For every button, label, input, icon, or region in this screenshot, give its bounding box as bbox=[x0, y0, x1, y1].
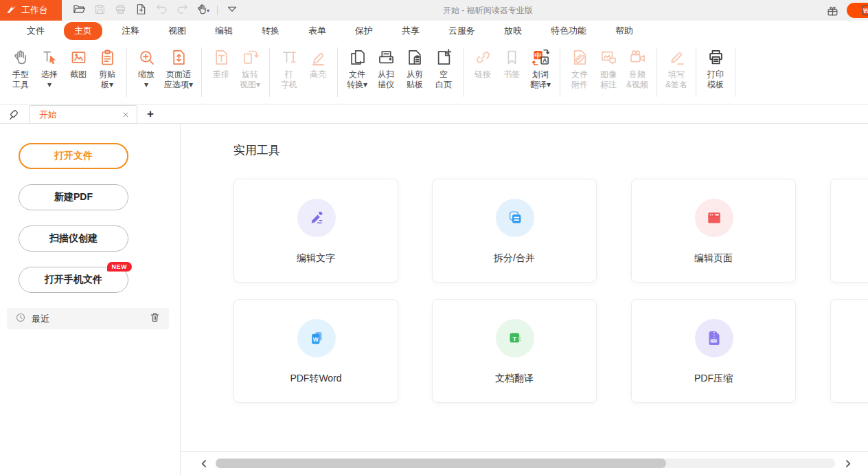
menu-item[interactable]: 共享 bbox=[392, 22, 429, 40]
page-fit-icon bbox=[170, 47, 188, 67]
customize-toolbar-button[interactable] bbox=[222, 0, 242, 21]
menu-bar: 文件主页注释视图编辑转换表单保护共享云服务放映特色功能帮助 bbox=[0, 21, 868, 41]
menu-item[interactable]: 特色功能 bbox=[541, 22, 596, 40]
redo-button bbox=[172, 0, 192, 21]
customize-toolbar-icon bbox=[226, 3, 238, 18]
doc-translate-icon: T bbox=[496, 319, 534, 357]
hand-pointer-button[interactable]: ▾ bbox=[192, 0, 213, 21]
workspace-button[interactable]: 工作台 bbox=[0, 0, 62, 21]
ribbon-toolbar: 手型工具选择▾截图剪贴板▾缩放▾页面适应选项▾重排旋转视图▾打字机高亮文件转换▾… bbox=[0, 41, 868, 104]
tool-card[interactable]: T文档翻译 bbox=[432, 299, 597, 403]
ribbon-button-label: 文件附件 bbox=[571, 69, 588, 90]
from-clipboard-button[interactable]: 从剪贴板 bbox=[400, 41, 429, 104]
fill-sign-icon bbox=[667, 47, 686, 67]
ribbon-group: 文件转换▾从扫描仪从剪贴板空白页 bbox=[339, 41, 461, 104]
close-icon[interactable] bbox=[120, 109, 131, 120]
scrollbar-track[interactable] bbox=[216, 459, 835, 468]
pdf-to-word-icon: W bbox=[297, 319, 336, 357]
ribbon-button-label: 填写&签名 bbox=[665, 69, 687, 90]
sidebar-button[interactable]: 扫描仪创建 bbox=[19, 225, 128, 252]
ribbon-group: 打印模板 bbox=[698, 41, 733, 104]
zoom-icon bbox=[137, 47, 156, 67]
new-page-icon bbox=[135, 3, 148, 19]
audio-video-button: 音频&视频 bbox=[623, 41, 652, 104]
sidebar: 最近 打开文件新建PDF扫描仪创建打开手机文件NEW bbox=[0, 124, 181, 475]
main-content: 实用工具 编辑文字拆分/合并编辑页面WPDF转WordT文档翻译PDFPDF压缩 bbox=[181, 124, 868, 451]
ribbon-group: 手型工具选择▾截图剪贴板▾ bbox=[3, 41, 125, 104]
sidebar-button[interactable]: 打开手机文件NEW bbox=[19, 267, 128, 293]
pen-nib-icon[interactable] bbox=[5, 107, 22, 123]
tool-card-label: 文档翻译 bbox=[433, 373, 596, 385]
link-icon bbox=[474, 47, 492, 67]
translate-button[interactable]: 中A划词翻译▾ bbox=[526, 41, 555, 104]
print-icon bbox=[114, 3, 127, 19]
tool-card[interactable]: 编辑页面 bbox=[631, 179, 796, 283]
ribbon-button-label: 缩放▾ bbox=[138, 69, 155, 90]
scrollbar-thumb[interactable] bbox=[216, 459, 666, 468]
new-tab-button[interactable]: + bbox=[143, 107, 158, 122]
ribbon-button-label: 书签 bbox=[503, 69, 520, 80]
menu-item[interactable]: 帮助 bbox=[606, 22, 643, 40]
menu-item[interactable]: 编辑 bbox=[205, 22, 242, 40]
snapshot-button[interactable]: 截图 bbox=[64, 41, 93, 104]
new-page-button[interactable] bbox=[130, 0, 151, 21]
sidebar-button[interactable]: 新建PDF bbox=[19, 184, 128, 210]
document-tab[interactable]: 开始 bbox=[29, 105, 137, 124]
select-button[interactable]: 选择▾ bbox=[35, 41, 64, 104]
undo-button bbox=[151, 0, 172, 21]
svg-text:W: W bbox=[313, 336, 319, 343]
menu-item[interactable]: 注释 bbox=[112, 22, 149, 40]
recent-files-row[interactable]: 最近 bbox=[7, 308, 169, 329]
split-merge-icon bbox=[496, 199, 534, 237]
separator bbox=[735, 47, 735, 97]
convert-files-button[interactable]: 文件转换▾ bbox=[343, 41, 372, 104]
fill-sign-button: 填写&签名 bbox=[662, 41, 691, 104]
panel-partial-icon[interactable] bbox=[861, 4, 868, 18]
tool-card-label: 编辑文字 bbox=[234, 252, 398, 265]
blank-page-button[interactable]: 空白页 bbox=[429, 41, 458, 104]
print-button bbox=[110, 0, 130, 21]
gift-icon[interactable] bbox=[824, 2, 841, 19]
tool-card[interactable]: PDFPDF压缩 bbox=[631, 299, 796, 403]
ribbon-button-label: 高亮 bbox=[310, 69, 326, 80]
svg-text:PDF: PDF bbox=[711, 340, 716, 342]
page-fit-button[interactable]: 页面适应选项▾ bbox=[161, 41, 196, 104]
workspace-label: 工作台 bbox=[21, 4, 48, 16]
menu-item[interactable]: 保护 bbox=[345, 22, 382, 40]
menu-item[interactable]: 文件 bbox=[17, 22, 54, 40]
tool-card[interactable]: WPDF转Word bbox=[233, 299, 398, 403]
tool-card[interactable]: 拆分/合并 bbox=[432, 179, 597, 283]
edit-text-icon bbox=[297, 199, 336, 237]
ribbon-button-label: 从扫描仪 bbox=[378, 69, 394, 90]
scroll-right-icon[interactable] bbox=[841, 456, 854, 470]
trash-icon[interactable] bbox=[149, 311, 161, 326]
partial-tool-card[interactable] bbox=[830, 299, 868, 403]
menu-item[interactable]: 主页 bbox=[64, 22, 102, 40]
menu-item[interactable]: 视图 bbox=[159, 22, 196, 40]
ribbon-button-label: 旋转视图▾ bbox=[240, 69, 260, 90]
scroll-left-icon[interactable] bbox=[197, 456, 211, 470]
menu-item[interactable]: 云服务 bbox=[439, 22, 485, 40]
print-template-button[interactable]: 打印模板 bbox=[701, 41, 730, 104]
svg-text:A: A bbox=[542, 56, 547, 63]
title-bar: 工作台 ▾ 开始 - 福昕阅读器专业版 w bbox=[0, 0, 868, 21]
tool-card[interactable]: 编辑文字 bbox=[233, 179, 398, 283]
separator bbox=[560, 47, 560, 97]
sidebar-button[interactable]: 打开文件 bbox=[19, 143, 128, 169]
menu-item[interactable]: 放映 bbox=[494, 22, 532, 40]
reflow-button: 重排 bbox=[207, 41, 236, 104]
partial-tool-card[interactable] bbox=[830, 179, 868, 283]
from-scanner-button[interactable]: 从扫描仪 bbox=[372, 41, 400, 104]
menu-item[interactable]: 转换 bbox=[252, 22, 289, 40]
folder-open-icon bbox=[72, 2, 86, 19]
ribbon-button-label: 空白页 bbox=[435, 69, 452, 90]
separator bbox=[126, 47, 127, 97]
folder-open-button[interactable] bbox=[69, 0, 89, 21]
ribbon-group: 文件附件图像标注音频&视频 bbox=[562, 41, 655, 104]
zoom-button[interactable]: 缩放▾ bbox=[132, 41, 161, 104]
ribbon-button-label: 选择▾ bbox=[41, 69, 58, 90]
hand-tool-button[interactable]: 手型工具 bbox=[6, 41, 35, 104]
clipboard-button[interactable]: 剪贴板▾ bbox=[93, 41, 122, 104]
menu-item[interactable]: 表单 bbox=[299, 22, 336, 40]
snapshot-icon bbox=[69, 47, 88, 67]
